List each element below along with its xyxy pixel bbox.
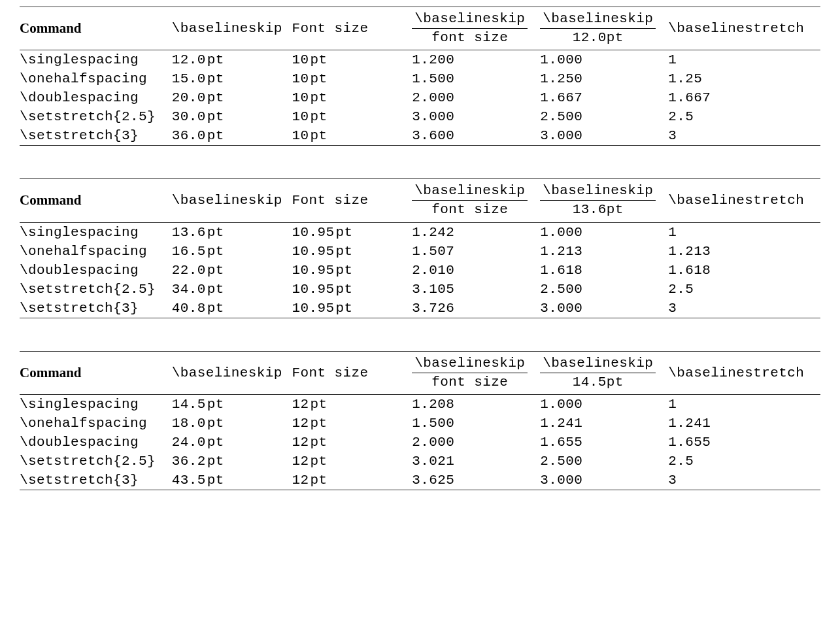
cell-baselinestretch: 3	[668, 471, 820, 490]
cell-ratio-default: 1.241	[540, 414, 668, 433]
cell-ratio-default: 1.618	[540, 261, 668, 280]
cell-command: \setstretch{2.5}	[20, 452, 172, 471]
cell-baselineskip: 24.0pt	[172, 433, 292, 452]
cell-baselineskip: 15.0pt	[172, 69, 292, 88]
cell-fontsize: 10.95pt	[292, 222, 412, 242]
cell-fontsize: 10pt	[292, 50, 412, 70]
cell-baselineskip: 12.0pt	[172, 50, 292, 70]
cell-fontsize: 10pt	[292, 88, 412, 107]
cell-baselinestretch: 1	[668, 50, 820, 70]
cell-ratio-default: 2.500	[540, 107, 668, 126]
cell-baselinestretch: 2.5	[668, 107, 820, 126]
cell-ratio-default: 1.667	[540, 88, 668, 107]
cell-command: \singlespacing	[20, 50, 172, 70]
table-row: \onehalfspacing18.0pt12pt1.5001.2411.241	[20, 414, 820, 433]
cell-command: \setstretch{3}	[20, 126, 172, 146]
table-row: \setstretch{2.5}34.0pt10.95pt3.1052.5002…	[20, 280, 820, 299]
col-header-baselineskip: \baselineskip	[172, 351, 292, 394]
table-row: \singlespacing13.6pt10.95pt1.2421.0001	[20, 222, 820, 242]
col-header-command: Command	[20, 179, 172, 222]
cell-baselinestretch: 1.667	[668, 88, 820, 107]
cell-ratio-default: 1.213	[540, 242, 668, 261]
cell-baselineskip: 16.5pt	[172, 242, 292, 261]
cell-baselinestretch: 1.25	[668, 69, 820, 88]
cell-ratio-fontsize: 3.021	[412, 452, 540, 471]
cell-ratio-fontsize: 1.500	[412, 414, 540, 433]
cell-ratio-fontsize: 3.600	[412, 126, 540, 146]
cell-ratio-fontsize: 2.000	[412, 88, 540, 107]
cell-baselinestretch: 1	[668, 222, 820, 242]
cell-command: \onehalfspacing	[20, 69, 172, 88]
table-row: \setstretch{2.5}30.0pt10pt3.0002.5002.5	[20, 107, 820, 126]
cell-baselinestretch: 3	[668, 126, 820, 146]
cell-fontsize: 10pt	[292, 126, 412, 146]
cell-ratio-fontsize: 3.105	[412, 280, 540, 299]
cell-fontsize: 12pt	[292, 452, 412, 471]
spacing-table: Command\baselineskipFont size\baselinesk…	[20, 178, 820, 318]
col-header-command: Command	[20, 7, 172, 50]
col-header-baselinestretch: \baselinestretch	[668, 7, 820, 50]
col-header-ratio-default: \baselineskip14.5pt	[540, 351, 668, 394]
cell-ratio-default: 1.655	[540, 433, 668, 452]
cell-command: \setstretch{2.5}	[20, 107, 172, 126]
cell-fontsize: 10.95pt	[292, 261, 412, 280]
cell-fontsize: 12pt	[292, 471, 412, 490]
cell-ratio-fontsize: 3.000	[412, 107, 540, 126]
table-row: \doublespacing24.0pt12pt2.0001.6551.655	[20, 433, 820, 452]
cell-baselineskip: 14.5pt	[172, 394, 292, 414]
cell-fontsize: 10.95pt	[292, 280, 412, 299]
cell-ratio-fontsize: 1.208	[412, 394, 540, 414]
cell-ratio-default: 1.000	[540, 50, 668, 70]
cell-ratio-fontsize: 3.726	[412, 299, 540, 318]
table-row: \singlespacing12.0pt10pt1.2001.0001	[20, 50, 820, 70]
cell-ratio-default: 1.000	[540, 222, 668, 242]
cell-ratio-fontsize: 1.500	[412, 69, 540, 88]
cell-ratio-default: 3.000	[540, 471, 668, 490]
cell-ratio-default: 2.500	[540, 452, 668, 471]
cell-command: \onehalfspacing	[20, 414, 172, 433]
col-header-fontsize: Font size	[292, 351, 412, 394]
cell-ratio-fontsize: 1.507	[412, 242, 540, 261]
cell-baselineskip: 36.2pt	[172, 452, 292, 471]
cell-fontsize: 12pt	[292, 433, 412, 452]
cell-baselineskip: 30.0pt	[172, 107, 292, 126]
cell-baselinestretch: 1.241	[668, 414, 820, 433]
cell-baselineskip: 34.0pt	[172, 280, 292, 299]
spacing-table: Command\baselineskipFont size\baselinesk…	[20, 351, 820, 490]
col-header-ratio-fontsize: \baselineskipfont size	[412, 351, 540, 394]
cell-baselinestretch: 2.5	[668, 452, 820, 471]
cell-baselinestretch: 1.618	[668, 261, 820, 280]
col-header-baselinestretch: \baselinestretch	[668, 179, 820, 222]
tables-container: Command\baselineskipFont size\baselinesk…	[20, 7, 820, 490]
col-header-baselineskip: \baselineskip	[172, 179, 292, 222]
cell-ratio-fontsize: 3.625	[412, 471, 540, 490]
cell-baselineskip: 20.0pt	[172, 88, 292, 107]
table-row: \onehalfspacing16.5pt10.95pt1.5071.2131.…	[20, 242, 820, 261]
cell-baselinestretch: 1.655	[668, 433, 820, 452]
col-header-baselinestretch: \baselinestretch	[668, 351, 820, 394]
col-header-ratio-default: \baselineskip12.0pt	[540, 7, 668, 50]
cell-fontsize: 12pt	[292, 394, 412, 414]
cell-baselinestretch: 3	[668, 299, 820, 318]
cell-command: \onehalfspacing	[20, 242, 172, 261]
cell-command: \doublespacing	[20, 88, 172, 107]
cell-command: \singlespacing	[20, 394, 172, 414]
col-header-ratio-fontsize: \baselineskipfont size	[412, 7, 540, 50]
cell-fontsize: 10pt	[292, 107, 412, 126]
cell-baselineskip: 18.0pt	[172, 414, 292, 433]
cell-baselinestretch: 2.5	[668, 280, 820, 299]
col-header-fontsize: Font size	[292, 7, 412, 50]
table-row: \doublespacing20.0pt10pt2.0001.6671.667	[20, 88, 820, 107]
cell-fontsize: 10pt	[292, 69, 412, 88]
col-header-ratio-default: \baselineskip13.6pt	[540, 179, 668, 222]
cell-ratio-default: 2.500	[540, 280, 668, 299]
cell-baselineskip: 36.0pt	[172, 126, 292, 146]
col-header-fontsize: Font size	[292, 179, 412, 222]
cell-ratio-default: 3.000	[540, 126, 668, 146]
cell-baselineskip: 22.0pt	[172, 261, 292, 280]
spacing-table: Command\baselineskipFont size\baselinesk…	[20, 7, 820, 146]
cell-baselinestretch: 1.213	[668, 242, 820, 261]
cell-ratio-default: 1.000	[540, 394, 668, 414]
cell-ratio-fontsize: 2.000	[412, 433, 540, 452]
table-row: \setstretch{3}40.8pt10.95pt3.7263.0003	[20, 299, 820, 318]
